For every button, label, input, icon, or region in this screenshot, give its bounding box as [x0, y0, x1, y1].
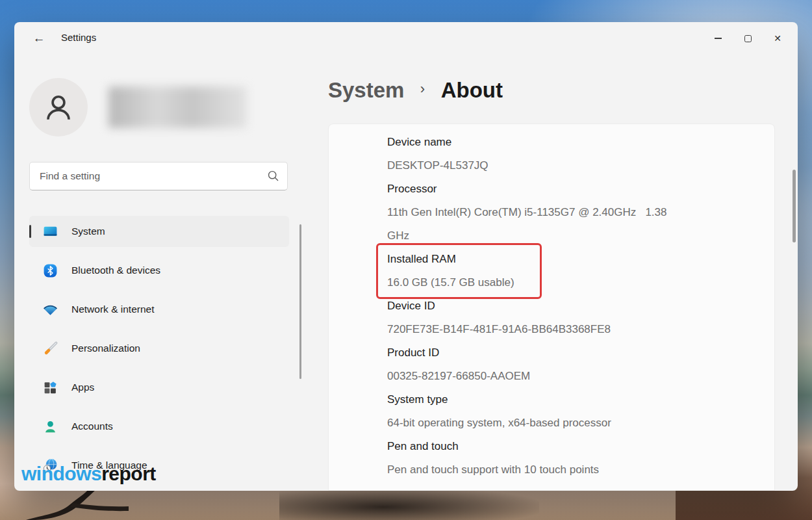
sidebar-item-label: Apps — [71, 382, 94, 393]
sidebar-item-apps[interactable]: Apps — [29, 372, 289, 403]
bluetooth-icon — [42, 263, 58, 279]
back-button[interactable]: ← — [29, 30, 49, 47]
avatar — [29, 78, 88, 136]
close-button[interactable]: ✕ — [763, 27, 793, 49]
user-name-redacted — [108, 86, 247, 128]
sidebar-item-label: Accounts — [71, 421, 113, 432]
about-panel: Device name DESKTOP-4L537JQ Processor 11… — [328, 124, 775, 491]
apps-icon — [42, 380, 58, 396]
sidebar-item-personalization[interactable]: Personalization — [29, 333, 289, 364]
personalization-icon — [42, 341, 58, 357]
sidebar-item-accounts[interactable]: Accounts — [29, 411, 289, 442]
accounts-icon — [42, 419, 58, 435]
about-specs: Device name DESKTOP-4L537JQ Processor 11… — [329, 124, 774, 482]
system-icon — [42, 224, 58, 240]
search-box — [29, 162, 288, 190]
app-title: Settings — [61, 32, 96, 43]
sidebar-item-label: Network & internet — [71, 304, 155, 315]
network-icon — [42, 302, 58, 318]
spec-processor: Processor 11th Gen Intel(R) Core(TM) i5-… — [387, 177, 774, 248]
wallpaper-shore — [279, 488, 539, 520]
maximize-button[interactable] — [733, 27, 763, 49]
spec-system-type: System type 64-bit operating system, x64… — [387, 388, 774, 435]
breadcrumb-separator-icon: › — [420, 81, 425, 97]
sidebar-nav: System Bluetooth & devices — [29, 216, 289, 489]
close-icon: ✕ — [774, 34, 781, 43]
sidebar-item-system[interactable]: System — [29, 216, 289, 247]
maximize-icon — [744, 35, 752, 42]
content-scrollbar[interactable] — [793, 170, 796, 242]
windowsreport-logo-part1: windows — [21, 463, 101, 484]
spec-device-id: Device ID 720FE73E-B14F-481F-91A6-BB64B3… — [387, 294, 774, 341]
minimize-button[interactable] — [703, 27, 733, 49]
sidebar-item-label: System — [71, 226, 105, 237]
selected-indicator — [29, 225, 31, 238]
desktop: ← Settings ✕ — [0, 0, 812, 520]
account-header[interactable] — [29, 78, 289, 138]
spec-product-id: Product ID 00325-82197-66850-AAOEM — [387, 341, 774, 388]
sidebar-item-bluetooth-devices[interactable]: Bluetooth & devices — [29, 255, 289, 286]
window-controls: ✕ — [703, 27, 793, 49]
sidebar-item-network-internet[interactable]: Network & internet — [29, 294, 289, 325]
page-title: About — [441, 78, 503, 102]
minimize-icon — [715, 38, 722, 39]
sidebar-scrollbar[interactable] — [299, 224, 301, 379]
settings-window: ← Settings ✕ — [14, 22, 798, 491]
sidebar-item-label: Personalization — [71, 343, 140, 354]
sidebar-item-label: Bluetooth & devices — [71, 265, 160, 276]
spec-device-name: Device name DESKTOP-4L537JQ — [387, 131, 774, 177]
spec-pen-and-touch: Pen and touch Pen and touch support with… — [387, 435, 774, 482]
spec-installed-ram: Installed RAM 16.0 GB (15.7 GB usable) — [387, 248, 774, 294]
person-icon — [42, 90, 75, 124]
windowsreport-logo: windowsreport — [21, 463, 156, 485]
breadcrumb-system[interactable]: System — [328, 78, 404, 102]
search-input[interactable] — [29, 162, 288, 190]
titlebar: ← Settings ✕ — [14, 22, 798, 53]
search-icon — [267, 170, 279, 182]
breadcrumb: System › About — [328, 78, 503, 103]
windowsreport-logo-part2: report — [101, 463, 156, 484]
